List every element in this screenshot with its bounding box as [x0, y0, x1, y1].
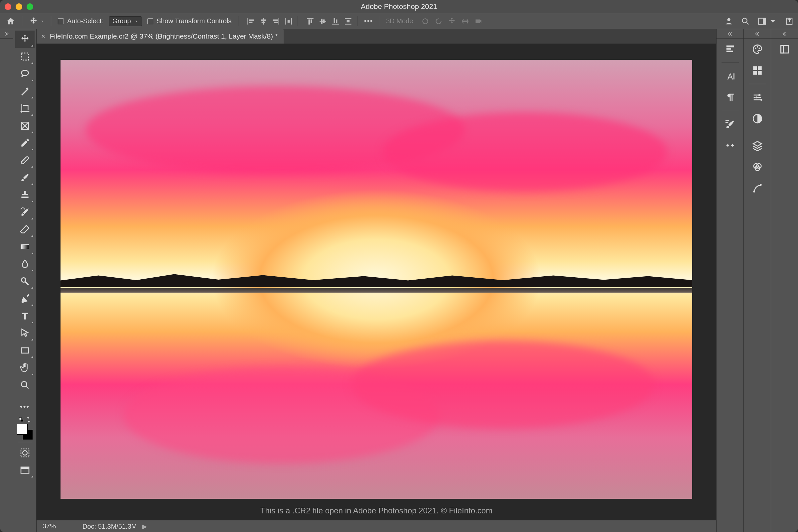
auto-select-type-dropdown[interactable]: Group [109, 16, 142, 26]
type-tool[interactable] [15, 307, 35, 324]
blur-tool[interactable] [15, 255, 35, 273]
svg-point-26 [758, 48, 760, 49]
screen-mode-button[interactable] [15, 461, 35, 479]
paths-panel-button[interactable] [749, 179, 766, 197]
channels-panel-button[interactable] [749, 158, 766, 175]
expand-tools-button[interactable] [0, 29, 13, 39]
align-center-h-icon[interactable] [259, 17, 268, 25]
color-panel-button[interactable] [749, 41, 766, 58]
minimize-window-button[interactable] [16, 3, 22, 10]
home-button[interactable] [4, 16, 17, 27]
move-tool-indicator[interactable] [27, 16, 46, 27]
eraser-tool[interactable] [15, 221, 35, 238]
default-colors-icon[interactable] [18, 417, 24, 423]
svg-point-11 [21, 381, 26, 387]
eyedropper-tool[interactable] [15, 134, 35, 152]
3d-roll-icon[interactable] [434, 17, 443, 25]
pen-tool[interactable] [15, 290, 35, 307]
collapse-panel-1-button[interactable] [717, 29, 743, 39]
show-transform-checkbox[interactable]: Show Transform Controls [145, 16, 234, 27]
auto-select-checkbox[interactable]: Auto-Select: [56, 16, 106, 27]
swap-colors-icon[interactable] [25, 417, 32, 423]
healing-brush-tool[interactable] [15, 152, 35, 169]
close-tab-button[interactable]: × [41, 33, 45, 40]
brush-tool[interactable] [15, 169, 35, 186]
paragraph-icon [724, 92, 736, 103]
quick-mask-button[interactable] [15, 444, 35, 461]
paragraph-panel-button[interactable] [722, 89, 739, 106]
distribute-v-icon[interactable] [344, 17, 353, 25]
collapse-panel-3-button[interactable] [771, 29, 798, 39]
close-window-button[interactable] [5, 3, 11, 10]
magic-wand-tool[interactable] [15, 82, 35, 100]
document-tab[interactable]: × FileInfo.com Example.cr2 @ 37% (Bright… [37, 29, 284, 43]
align-left-icon[interactable] [246, 17, 255, 25]
more-options-button[interactable]: ••• [362, 16, 375, 27]
paths-icon [752, 183, 763, 194]
character-panel-button[interactable] [722, 68, 739, 85]
foreground-swatch[interactable] [17, 424, 27, 435]
align-horizontal-group [246, 17, 293, 25]
options-bar: Auto-Select: Group Show Transform Contro… [0, 13, 798, 29]
svg-point-32 [756, 96, 757, 98]
svg-point-1 [742, 18, 747, 23]
gradient-tool[interactable] [15, 238, 35, 255]
3d-camera-icon[interactable] [474, 17, 483, 25]
align-vertical-group [306, 17, 353, 25]
character-icon [724, 71, 736, 82]
frame-tool[interactable] [15, 117, 35, 134]
adjustments-panel-button[interactable] [749, 89, 766, 106]
rectangle-tool[interactable] [15, 342, 35, 359]
libraries-panel-button[interactable] [776, 41, 793, 58]
maximize-window-button[interactable] [26, 3, 33, 10]
styles-panel-button[interactable] [749, 110, 766, 127]
chevron-down-icon [40, 19, 44, 23]
status-bar: 37% Doc: 51.3M/51.3M ▶ [37, 520, 716, 532]
share-icon[interactable] [785, 17, 794, 26]
move-tool[interactable] [15, 31, 35, 48]
align-top-icon[interactable] [306, 17, 315, 25]
cloud-docs-icon[interactable] [724, 17, 734, 26]
marquee-tool[interactable] [15, 48, 35, 65]
swatches-panel-button[interactable] [749, 62, 766, 79]
3d-pan-icon[interactable] [448, 17, 456, 25]
brush-settings-panel-button[interactable] [722, 116, 739, 133]
dodge-tool[interactable] [15, 273, 35, 290]
align-bottom-icon[interactable] [331, 17, 340, 25]
distribute-h-icon[interactable] [284, 17, 293, 25]
path-selection-tool[interactable] [15, 324, 35, 342]
svg-rect-30 [758, 71, 761, 75]
channels-icon [752, 161, 763, 173]
collapse-panel-2-button[interactable] [744, 29, 771, 39]
lasso-tool[interactable] [15, 65, 35, 82]
3d-slide-icon[interactable] [461, 17, 470, 25]
swatches-icon [752, 65, 763, 76]
edit-toolbar-button[interactable]: ••• [15, 398, 35, 415]
crop-tool[interactable] [15, 100, 35, 117]
align-right-icon[interactable] [272, 17, 280, 25]
zoom-tool[interactable] [15, 376, 35, 394]
3d-orbit-icon[interactable] [421, 17, 430, 25]
properties-panel-button[interactable] [722, 41, 739, 58]
search-icon[interactable] [741, 17, 750, 26]
zoom-level[interactable]: 37% [42, 522, 56, 530]
svg-rect-27 [753, 66, 757, 70]
eraser-icon [20, 224, 30, 235]
layers-panel-button[interactable] [749, 137, 766, 154]
workspace-switcher[interactable] [757, 17, 777, 26]
crop-icon [20, 103, 30, 114]
history-brush-tool[interactable] [15, 204, 35, 221]
3d-mode-tools [421, 17, 483, 25]
clone-source-panel-button[interactable] [722, 137, 739, 154]
hand-tool[interactable] [15, 359, 35, 376]
color-swatches[interactable] [17, 424, 33, 440]
canvas-area[interactable]: This is a .CR2 file open in Adobe Photos… [37, 44, 716, 520]
doc-size-info[interactable]: Doc: 51.3M/51.3M ▶ [82, 522, 147, 530]
align-center-v-icon[interactable] [319, 17, 327, 25]
document-tab-label: FileInfo.com Example.cr2 @ 37% (Brightne… [50, 32, 278, 40]
clone-stamp-tool[interactable] [15, 186, 35, 204]
svg-rect-13 [21, 419, 23, 422]
svg-rect-8 [21, 244, 29, 249]
clone-source-icon [724, 140, 736, 151]
checkbox-icon [58, 18, 64, 24]
